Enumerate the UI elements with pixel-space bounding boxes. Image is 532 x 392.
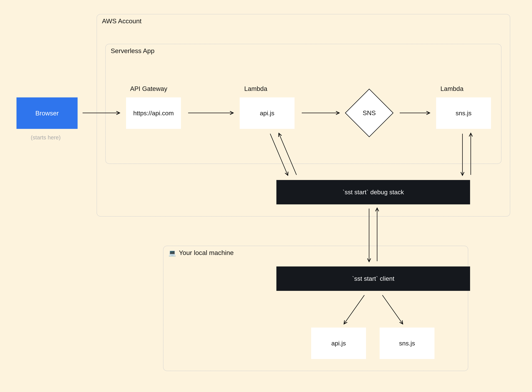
node-lambda-api: api.js [240,98,295,129]
node-api-gateway-text: https://api.com [133,110,174,117]
node-debug-stack-text: `sst start` debug stack [343,189,404,196]
diagram-canvas: AWS Account Serverless App 💻 Your local … [0,0,532,392]
node-local-sns-text: sns.js [399,340,415,347]
title-lambda-sns: Lambda [440,85,463,92]
container-label-serverless: Serverless App [111,47,154,55]
node-sns-label: SNS [352,96,386,130]
node-local-api-text: api.js [331,340,346,347]
node-sst-client: `sst start` client [276,266,470,291]
node-browser-text: Browser [35,109,59,117]
node-lambda-sns: sns.js [436,98,491,129]
node-local-api: api.js [311,327,366,359]
node-browser: Browser [17,98,78,129]
node-lambda-api-text: api.js [260,110,274,117]
node-debug-stack: `sst start` debug stack [276,180,470,204]
container-label-local: 💻 Your local machine [168,249,234,257]
node-sst-client-text: `sst start` client [352,275,394,282]
node-local-sns: sns.js [379,327,435,359]
title-lambda-api: Lambda [244,85,267,92]
node-browser-subtext: (starts here) [31,134,61,141]
node-lambda-sns-text: sns.js [456,110,472,117]
laptop-icon: 💻 [168,249,176,256]
container-label-local-text: Your local machine [179,249,234,256]
container-label-aws: AWS Account [102,17,142,25]
node-api-gateway: https://api.com [126,98,181,129]
title-api-gateway: API Gateway [130,85,167,92]
